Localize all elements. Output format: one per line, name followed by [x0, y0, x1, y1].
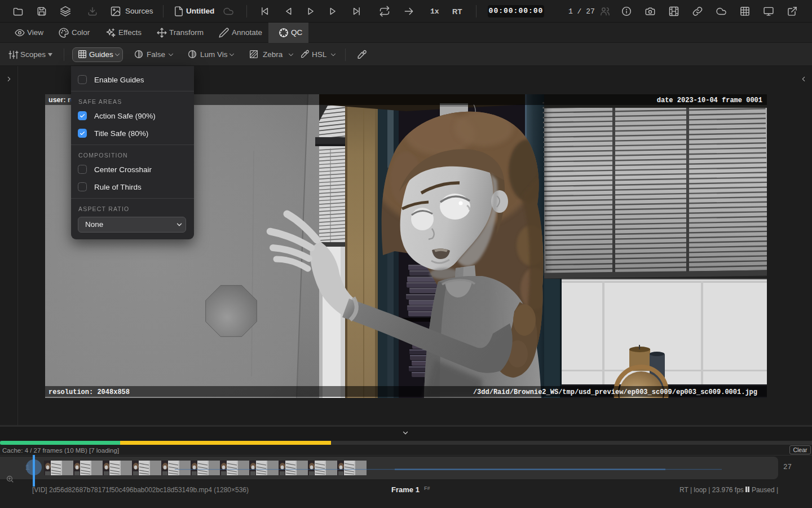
svg-text:date 2023-10-04 frame 0001: date 2023-10-04 frame 0001 [657, 97, 762, 104]
svg-text:/3dd/Raid/Brownie2_WS/tmp/usd_: /3dd/Raid/Brownie2_WS/tmp/usd_preview/ep… [473, 388, 757, 396]
svg-text:resolution: 2048x858: resolution: 2048x858 [48, 388, 130, 396]
